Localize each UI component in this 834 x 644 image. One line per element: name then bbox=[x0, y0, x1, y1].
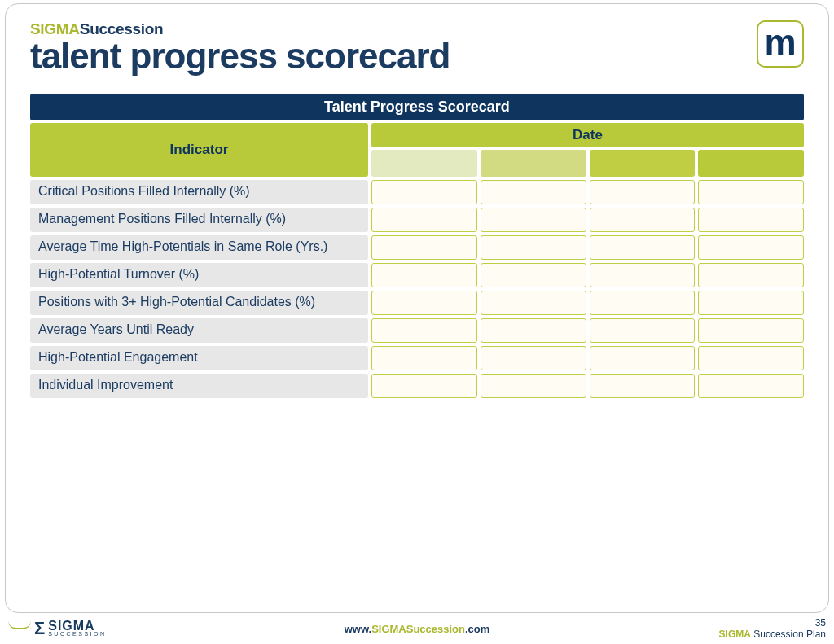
url-end: .com bbox=[465, 623, 489, 635]
date-col-2[interactable] bbox=[481, 150, 586, 177]
page-title: talent progress scorecard bbox=[30, 40, 450, 72]
value-cell[interactable] bbox=[481, 235, 586, 260]
value-cell[interactable] bbox=[698, 180, 804, 204]
url-mid: SIGMASuccession bbox=[371, 623, 465, 635]
value-cell[interactable] bbox=[481, 263, 586, 287]
value-cell[interactable] bbox=[698, 374, 804, 398]
date-header: Date bbox=[371, 123, 804, 147]
value-cell[interactable] bbox=[481, 291, 586, 315]
value-cell[interactable] bbox=[481, 346, 586, 370]
table-row: Individual Improvement bbox=[30, 374, 804, 398]
m-badge-icon: m bbox=[757, 20, 804, 68]
value-cell[interactable] bbox=[590, 374, 696, 398]
scorecard-table: Talent Progress Scorecard Indicator Date… bbox=[30, 94, 804, 398]
date-col-3[interactable] bbox=[590, 150, 696, 177]
table-row: Positions with 3+ High-Potential Candida… bbox=[30, 291, 804, 315]
table-row: Average Years Until Ready bbox=[30, 318, 804, 343]
value-cell[interactable] bbox=[698, 346, 804, 370]
value-cell[interactable] bbox=[371, 180, 477, 204]
value-cell[interactable] bbox=[698, 235, 804, 260]
indicator-header: Indicator bbox=[30, 123, 368, 177]
date-subheaders bbox=[371, 150, 804, 177]
date-col-4[interactable] bbox=[698, 150, 804, 177]
value-cell[interactable] bbox=[590, 346, 696, 370]
indicator-label: High-Potential Engagement bbox=[30, 346, 368, 370]
plan-label: SIGMA Succession Plan bbox=[719, 629, 826, 640]
indicator-label: Management Positions Filled Internally (… bbox=[30, 208, 368, 232]
value-cell[interactable] bbox=[371, 374, 477, 398]
value-cell[interactable] bbox=[590, 318, 696, 343]
indicator-label: High-Potential Turnover (%) bbox=[30, 263, 368, 287]
table-title: Talent Progress Scorecard bbox=[30, 94, 804, 120]
table-row: Average Time High-Potentials in Same Rol… bbox=[30, 235, 804, 260]
table-row: Critical Positions Filled Internally (%) bbox=[30, 180, 804, 204]
value-cell[interactable] bbox=[481, 208, 586, 232]
value-cell[interactable] bbox=[481, 318, 586, 343]
value-cell[interactable] bbox=[698, 291, 804, 315]
value-cell[interactable] bbox=[371, 318, 477, 343]
value-cell[interactable] bbox=[590, 208, 696, 232]
title-block: SIGMASuccession talent progress scorecar… bbox=[30, 20, 450, 72]
date-header-block: Date bbox=[371, 123, 804, 177]
m-letter: m bbox=[764, 24, 796, 60]
brand-sigma: SIGMA bbox=[30, 20, 80, 37]
brand-rest: Succession bbox=[80, 20, 164, 37]
url-www: www. bbox=[345, 623, 371, 635]
indicator-label: Positions with 3+ High-Potential Candida… bbox=[30, 291, 368, 315]
value-cell[interactable] bbox=[371, 208, 477, 232]
page-number: 35 bbox=[719, 617, 826, 629]
value-cell[interactable] bbox=[698, 208, 804, 232]
date-col-1[interactable] bbox=[371, 150, 477, 177]
plan-rest: Succession Plan bbox=[751, 629, 826, 640]
table-row: High-Potential Engagement bbox=[30, 346, 804, 370]
plan-sigma: SIGMA bbox=[719, 629, 751, 640]
footer-url: www.SIGMASuccession.com bbox=[0, 623, 834, 635]
value-cell[interactable] bbox=[590, 291, 696, 315]
value-cell[interactable] bbox=[481, 180, 586, 204]
value-cell[interactable] bbox=[481, 374, 586, 398]
value-cell[interactable] bbox=[590, 235, 696, 260]
header-area: SIGMASuccession talent progress scorecar… bbox=[30, 20, 804, 72]
value-cell[interactable] bbox=[371, 235, 477, 260]
table-header-row: Indicator Date bbox=[30, 123, 804, 177]
table-body: Critical Positions Filled Internally (%)… bbox=[30, 180, 804, 398]
indicator-label: Average Time High-Potentials in Same Rol… bbox=[30, 235, 368, 260]
table-row: High-Potential Turnover (%) bbox=[30, 263, 804, 287]
value-cell[interactable] bbox=[371, 291, 477, 315]
value-cell[interactable] bbox=[590, 180, 696, 204]
value-cell[interactable] bbox=[698, 318, 804, 343]
indicator-label: Average Years Until Ready bbox=[30, 318, 368, 343]
value-cell[interactable] bbox=[698, 263, 804, 287]
footer-right: 35 SIGMA Succession Plan bbox=[719, 617, 826, 640]
slide-card: SIGMASuccession talent progress scorecar… bbox=[5, 3, 829, 613]
value-cell[interactable] bbox=[371, 346, 477, 370]
table-row: Management Positions Filled Internally (… bbox=[30, 208, 804, 232]
indicator-label: Individual Improvement bbox=[30, 374, 368, 398]
value-cell[interactable] bbox=[371, 263, 477, 287]
value-cell[interactable] bbox=[590, 263, 696, 287]
footer: Σ SIGMA SUCCESSION www.SIGMASuccession.c… bbox=[0, 613, 834, 644]
indicator-label: Critical Positions Filled Internally (%) bbox=[30, 180, 368, 204]
